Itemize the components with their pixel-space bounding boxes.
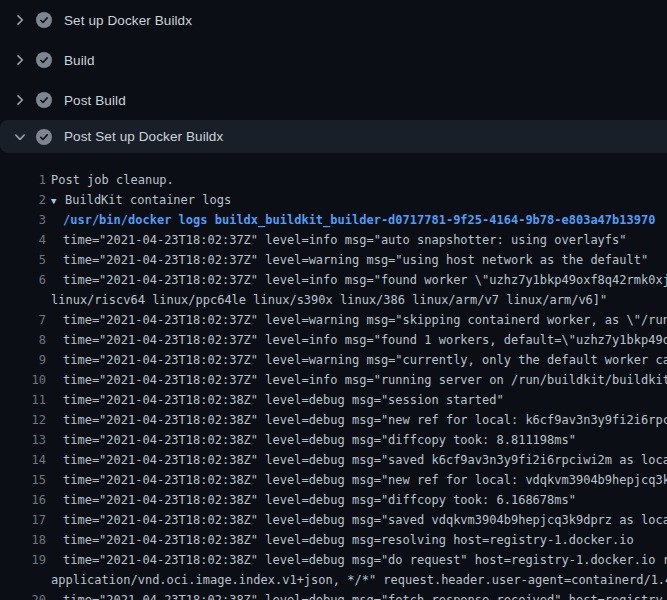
log-line-number [0,570,46,590]
log-line-text: Post job cleanup. [46,170,174,190]
log-line-text: time="2021-04-23T18:02:38Z" level=debug … [46,530,634,550]
step-label: Post Build [64,93,126,108]
log-group-row[interactable]: 2 ▼BuildKit container logs [0,190,667,210]
log-line-number[interactable]: 5 [0,250,46,270]
check-circle-icon [36,12,52,28]
log-line-text: time="2021-04-23T18:02:37Z" level=warnin… [46,310,667,330]
chevron-right-icon [12,52,28,68]
log-line-number[interactable]: 18 [0,530,46,550]
chevron-right-icon [12,12,28,28]
check-circle-icon [36,52,52,68]
step-row-post-build[interactable]: Post Build [0,80,667,120]
log-area: 1 Post job cleanup. 2 ▼BuildKit containe… [0,153,667,600]
log-line-text: time="2021-04-23T18:02:38Z" level=debug … [46,510,667,530]
log-line-text: time="2021-04-23T18:02:37Z" level=warnin… [46,350,667,370]
check-circle-icon [36,92,52,108]
log-line-number[interactable]: 16 [0,490,46,510]
log-line-text: time="2021-04-23T18:02:38Z" level=debug … [46,470,667,490]
log-line-text: time="2021-04-23T18:02:37Z" level=info m… [46,330,667,350]
log-line-number[interactable]: 6 [0,270,46,290]
log-row: 19 time="2021-04-23T18:02:38Z" level=deb… [0,550,667,570]
log-line-number[interactable]: 2 [0,190,46,210]
log-line-text: application/vnd.oci.image.index.v1+json,… [46,570,667,590]
log-row: 8 time="2021-04-23T18:02:37Z" level=info… [0,330,667,350]
chevron-right-icon [12,92,28,108]
log-row: 17 time="2021-04-23T18:02:38Z" level=deb… [0,510,667,530]
log-line-number[interactable]: 17 [0,510,46,530]
log-row: 16 time="2021-04-23T18:02:38Z" level=deb… [0,490,667,510]
log-row: 5 time="2021-04-23T18:02:37Z" level=warn… [0,250,667,270]
log-row: 15 time="2021-04-23T18:02:38Z" level=deb… [0,470,667,490]
log-line-text: time="2021-04-23T18:02:38Z" level=debug … [46,490,576,510]
log-line-text: time="2021-04-23T18:02:38Z" level=debug … [46,430,576,450]
log-row: 12 time="2021-04-23T18:02:38Z" level=deb… [0,410,667,430]
log-line-number[interactable]: 20 [0,590,46,600]
log-line-text: time="2021-04-23T18:02:38Z" level=debug … [46,410,667,430]
group-collapse-triangle-icon[interactable]: ▼ [51,191,65,211]
log-row: 6 time="2021-04-23T18:02:37Z" level=info… [0,270,667,290]
log-line-text: time="2021-04-23T18:02:37Z" level=info m… [46,270,667,290]
log-row: linux/riscv64 linux/ppc64le linux/s390x … [0,290,667,310]
step-label: Set up Docker Buildx [64,13,192,28]
log-line-text: linux/riscv64 linux/ppc64le linux/s390x … [46,290,607,310]
steps-list: Set up Docker Buildx Build Post Build [0,0,667,153]
step-label: Post Set up Docker Buildx [64,129,223,144]
log-line-number[interactable]: 13 [0,430,46,450]
log-line-number[interactable]: 7 [0,310,46,330]
log-row: 11 time="2021-04-23T18:02:38Z" level=deb… [0,390,667,410]
log-row: 4 time="2021-04-23T18:02:37Z" level=info… [0,230,667,250]
log-line-number[interactable]: 1 [0,170,46,190]
group-label: BuildKit container logs [65,193,231,207]
log-line-text: time="2021-04-23T18:02:38Z" level=debug … [46,450,667,470]
log-line-number[interactable]: 4 [0,230,46,250]
log-row: 9 time="2021-04-23T18:02:37Z" level=warn… [0,350,667,370]
log-line-number [0,290,46,310]
log-row: 1 Post job cleanup. [0,170,667,190]
log-line-number[interactable]: 11 [0,390,46,410]
log-row: 10 time="2021-04-23T18:02:37Z" level=inf… [0,370,667,390]
log-line-text: /usr/bin/docker logs buildx_buildkit_bui… [46,210,655,230]
log-line-number[interactable]: 19 [0,550,46,570]
log-row: 14 time="2021-04-23T18:02:38Z" level=deb… [0,450,667,470]
log-line-number[interactable]: 3 [0,210,46,230]
step-label: Build [64,53,95,68]
log-line-number[interactable]: 15 [0,470,46,490]
log-line-number[interactable]: 12 [0,410,46,430]
log-line-number[interactable]: 9 [0,350,46,370]
log-line-number[interactable]: 10 [0,370,46,390]
actions-log-viewer: Set up Docker Buildx Build Post Build [0,0,667,600]
log-line-text: time="2021-04-23T18:02:38Z" level=debug … [46,550,667,570]
log-line-text: time="2021-04-23T18:02:37Z" level=info m… [46,370,667,390]
log-row: 18 time="2021-04-23T18:02:38Z" level=deb… [0,530,667,550]
log-row: 3 /usr/bin/docker logs buildx_buildkit_b… [0,210,667,230]
chevron-down-icon [12,129,28,145]
log-line-text: time="2021-04-23T18:02:37Z" level=info m… [46,230,627,250]
log-line-text: time="2021-04-23T18:02:38Z" level=debug … [46,390,504,410]
step-row-build[interactable]: Build [0,40,667,80]
step-row-post-set-up-docker-buildx[interactable]: Post Set up Docker Buildx [0,120,667,153]
log-line-number[interactable]: 14 [0,450,46,470]
log-row: 13 time="2021-04-23T18:02:38Z" level=deb… [0,430,667,450]
log-line-text: ▼BuildKit container logs [46,190,231,210]
log-row: 20 time="2021-04-23T18:02:38Z" level=deb… [0,590,667,600]
check-circle-icon [36,129,52,145]
step-row-set-up-docker-buildx[interactable]: Set up Docker Buildx [0,0,667,40]
log-row: 7 time="2021-04-23T18:02:37Z" level=warn… [0,310,667,330]
log-line-number[interactable]: 8 [0,330,46,350]
log-line-text: time="2021-04-23T18:02:37Z" level=warnin… [46,250,648,270]
log-line-text: time="2021-04-23T18:02:38Z" level=debug … [46,590,667,600]
log-row: application/vnd.oci.image.index.v1+json,… [0,570,667,590]
